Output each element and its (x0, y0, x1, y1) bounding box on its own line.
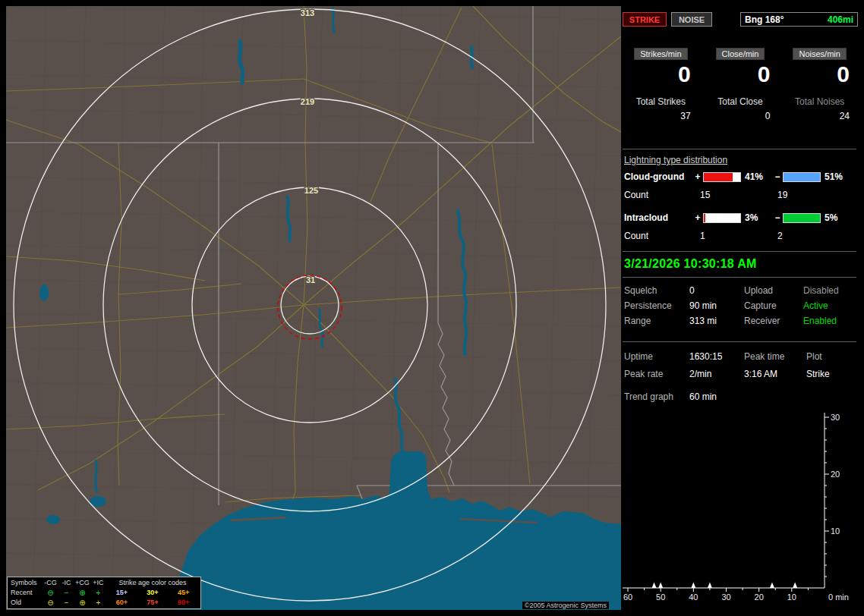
cg-negative-pct: 51% (821, 171, 852, 182)
stats-grid: Uptime 1630:15 Peak time Plot Peak rate … (624, 351, 859, 379)
neg-ic-recent-icon: − (58, 588, 74, 598)
x-tick-label: 10 (787, 592, 796, 602)
capture-status: Active (803, 300, 859, 311)
total-strikes-value: 37 (621, 111, 701, 121)
divider (623, 251, 856, 252)
strikes-per-min-value: 0 (621, 61, 701, 87)
pos-cg-old-icon: ⊕ (74, 598, 90, 608)
squelch-label: Squelch (624, 285, 689, 296)
neg-cg-recent-icon: ⊖ (43, 588, 58, 598)
ic-negative-bar (783, 213, 821, 223)
plus-sign: + (692, 171, 703, 182)
legend-recent-label: Recent (9, 588, 43, 598)
total-strikes-label: Total Strikes (621, 96, 701, 107)
top-bar: STRIKE NOISE Bng 168° 406mi (623, 12, 859, 27)
strike-rate-spike (770, 583, 774, 589)
legend-symbols-header: Symbols (9, 578, 43, 588)
close-per-min-value: 0 (701, 61, 780, 87)
lake (46, 515, 60, 524)
noises-per-min-value: 0 (780, 61, 859, 87)
legend-old-row: Old ⊖ − ⊕ + 60+ 75+ 90+ (9, 598, 199, 608)
plus-sign: + (692, 212, 703, 223)
minus-sign: − (772, 171, 783, 182)
trend-chart: 3020106050403020100 min (621, 407, 859, 610)
persistence-label: Persistence (624, 300, 689, 311)
strike-button[interactable]: STRIKE (623, 12, 667, 27)
plot-mode-value: Strike (806, 369, 859, 379)
cg-positive-bar-fill (704, 173, 733, 181)
age-code-15: 15+ (106, 588, 137, 598)
ring-label-219: 219 (301, 97, 314, 106)
age-code-75: 75+ (137, 598, 169, 608)
x-tick-label: 50 (656, 592, 665, 602)
y-tick-label: 20 (831, 470, 840, 479)
x-tick-label: 30 (721, 592, 730, 602)
trend-graph-label: Trend graph (624, 391, 689, 402)
receiver-status: Enabled (803, 316, 859, 326)
noises-counter: Noises/min 0 Total Noises 24 (780, 48, 859, 121)
map-canvas[interactable]: 313 219 125 31 (6, 6, 621, 610)
strike-rate-spike (652, 583, 657, 589)
ic-negative-count: 2 (777, 231, 783, 241)
ic-positive-bar (703, 213, 741, 223)
legend-age-header: Strike age color codes (106, 578, 199, 588)
datetime-display: 3/21/2026 10:30:18 AM (624, 257, 757, 271)
age-code-45: 45+ (168, 588, 199, 598)
bearing-box: Bng 168° 406mi (740, 12, 858, 27)
peak-time-label: Peak time (744, 351, 806, 362)
divider (623, 341, 856, 342)
x-tick-label: 60 (623, 592, 632, 602)
cg-positive-count: 15 (700, 190, 777, 200)
neg-ic-old-icon: − (58, 598, 74, 608)
copyright-notice: ©2005 Astrogenic Systems (522, 602, 609, 609)
strike-rate-spike (793, 583, 797, 589)
pos-cg-recent-icon: ⊕ (74, 588, 90, 598)
noise-button[interactable]: NOISE (671, 12, 712, 27)
close-per-min-chip: Close/min (716, 48, 765, 60)
bearing-range-value: 406mi (828, 14, 853, 25)
uptime-label: Uptime (624, 351, 689, 362)
legend-col-neg-cg: -CG (43, 578, 58, 588)
range-value: 313 mi (689, 316, 744, 326)
count-label: Count (624, 231, 700, 241)
lake (39, 284, 49, 301)
age-code-90: 90+ (168, 598, 199, 608)
plot-label: Plot (806, 351, 859, 362)
ring-label-31: 31 (306, 275, 315, 284)
squelch-value: 0 (689, 285, 744, 296)
x-tick-label: 40 (689, 592, 698, 602)
ring-label-313: 313 (301, 8, 314, 17)
strikes-per-min-chip: Strikes/min (634, 48, 687, 60)
cloud-ground-label: Cloud-ground (624, 171, 692, 182)
settings-grid: Squelch 0 Upload Disabled Persistence 90… (624, 285, 859, 326)
map-legend: Symbols -CG -IC +CG +IC Strike age color… (7, 577, 201, 609)
legend-col-neg-ic: -IC (58, 578, 74, 588)
minus-sign: − (772, 212, 783, 223)
legend-col-pos-ic: +IC (90, 578, 106, 588)
uptime-value: 1630:15 (689, 351, 744, 362)
noises-per-min-chip: Noises/min (793, 48, 846, 60)
map-view: 313 219 125 31 Symbols -CG -IC +CG +IC S… (6, 6, 621, 610)
receiver-label: Receiver (744, 316, 803, 326)
neg-cg-old-icon: ⊖ (43, 598, 58, 608)
strikes-counter: Strikes/min 0 Total Strikes 37 (621, 48, 701, 121)
age-code-30: 30+ (137, 588, 169, 598)
close-counter: Close/min 0 Total Close 0 (701, 48, 780, 121)
peak-rate-label: Peak rate (624, 369, 689, 379)
trend-graph-row: Trend graph 60 min (624, 391, 717, 402)
upload-label: Upload (744, 285, 803, 296)
x-tick-label: 20 (755, 592, 764, 602)
rate-counters: Strikes/min 0 Total Strikes 37 Close/min… (621, 48, 859, 121)
pos-ic-old-icon: + (90, 598, 106, 608)
divider (623, 149, 856, 149)
intracloud-label: Intracloud (624, 212, 692, 223)
intracloud-row: Intracloud + 3% − 5% (624, 212, 859, 223)
y-tick-label: 30 (831, 413, 840, 422)
distribution-title: Lightning type distribution (624, 155, 727, 165)
ic-negative-pct: 5% (821, 212, 852, 223)
legend-recent-row: Recent ⊖ − ⊕ + 15+ 30+ 45+ (9, 588, 199, 598)
cg-negative-bar (783, 172, 821, 182)
count-label: Count (624, 190, 700, 200)
strike-rate-spike (708, 583, 712, 589)
age-code-60: 60+ (106, 598, 137, 608)
